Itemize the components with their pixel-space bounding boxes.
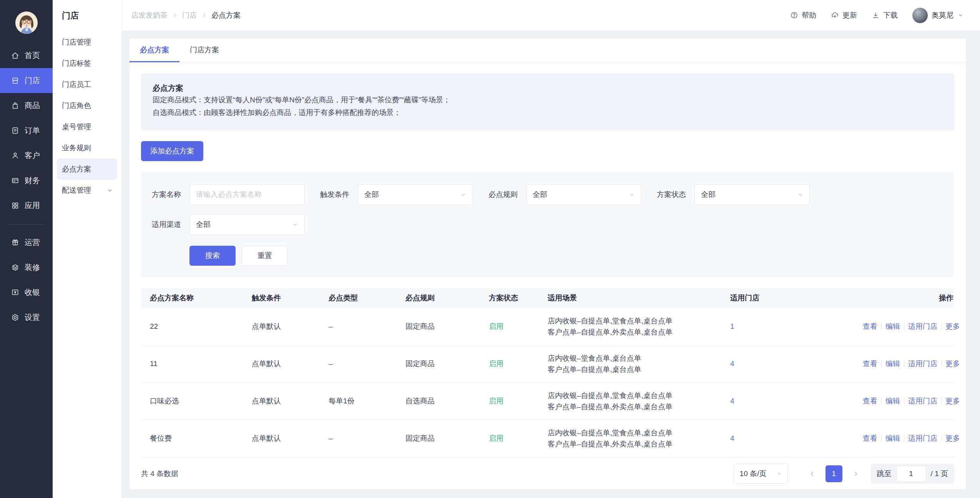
store-count-link[interactable]: 4 [730, 397, 734, 405]
action-separator [904, 398, 904, 405]
store-count-link[interactable]: 1 [730, 322, 734, 330]
store-icon [11, 76, 20, 85]
header-action[interactable]: 更新 [831, 10, 857, 20]
pagination: 10 条/页 1 跳至 / 1 页 [734, 464, 954, 484]
rail-nav-item[interactable]: 收银 [0, 280, 53, 305]
user-menu[interactable]: 奥莫尼 [912, 8, 964, 23]
trigger-label: 触发条件 [320, 190, 349, 200]
prev-page-button[interactable] [806, 468, 818, 480]
breadcrumb-current: 必点方案 [211, 10, 241, 20]
cell-scenes: 店内收银–自提点单,堂食点单,桌台点单 客户点单–自提点单,外卖点单,桌台点单 [539, 427, 721, 450]
chevron-down-icon [292, 222, 298, 228]
row-action-edit[interactable]: 编辑 [885, 396, 900, 406]
submenu-item[interactable]: 门店员工 [57, 74, 117, 95]
submenu-item[interactable]: 门店管理 [57, 32, 117, 53]
page-number-button[interactable]: 1 [826, 465, 842, 482]
submenu-item[interactable]: 门店角色 [57, 95, 117, 116]
action-separator [881, 323, 882, 330]
tab[interactable]: 门店方案 [179, 38, 229, 62]
channel-select[interactable]: 全部 [189, 214, 305, 235]
search-button[interactable]: 搜索 [189, 246, 236, 266]
row-action-stores[interactable]: 适用门店 [908, 396, 937, 406]
cell-trigger: 点单默认 [243, 321, 320, 331]
reset-button[interactable]: 重置 [242, 246, 288, 266]
row-action-edit[interactable]: 编辑 [885, 359, 900, 369]
action-separator [904, 435, 904, 442]
rail-nav-item[interactable]: 运营 [0, 230, 53, 255]
cell-type: – [320, 360, 397, 368]
submenu-item[interactable]: 门店标签 [57, 53, 117, 74]
submenu-item[interactable]: 桌号管理 [57, 116, 117, 137]
trigger-select[interactable]: 全部 [358, 184, 473, 205]
store-count-link[interactable]: 4 [730, 434, 734, 442]
add-plan-button[interactable]: 添加必点方案 [141, 141, 203, 161]
cell-plan-name: 餐位费 [141, 433, 243, 443]
row-action-stores[interactable]: 适用门店 [908, 433, 937, 443]
table-footer: 共 4 条数据 10 条/页 1 跳至 / 1 [141, 457, 954, 490]
rule-select[interactable]: 全部 [526, 184, 641, 205]
cell-scenes: 店内收银–堂食点单,桌台点单 客户点单–自提点单,桌台点单 [539, 353, 721, 375]
rail-nav-item[interactable]: 首页 [0, 43, 53, 68]
rail-nav-item[interactable]: 门店 [0, 68, 53, 93]
row-action-view[interactable]: 查看 [863, 396, 877, 406]
table-header-row: 必点方案名称 触发条件 必点类型 必点规则 方案状态 适用场景 适用门店 操作 [141, 288, 954, 308]
breadcrumb-item[interactable]: 门店 [182, 10, 197, 20]
submenu-item[interactable]: 配送管理 [57, 180, 117, 201]
operations-icon [11, 238, 20, 247]
tab[interactable]: 必点方案 [130, 38, 179, 62]
jump-page-input[interactable] [896, 466, 926, 482]
breadcrumb-item[interactable]: 店发发奶茶 [131, 10, 168, 20]
cell-trigger: 点单默认 [243, 433, 320, 443]
row-action-more[interactable]: 更多 [945, 321, 960, 331]
row-action-edit[interactable]: 编辑 [885, 433, 900, 443]
table-row: 口味必选 点单默认 每单1份 自选商品 启用 店内收银–自提点单,堂食点单,桌台… [141, 383, 954, 420]
submenu-item[interactable]: 必点方案 [57, 158, 117, 180]
cell-status: 启用 [480, 396, 539, 406]
table-row: 22 点单默认 – 固定商品 启用 店内收银–自提点单,堂食点单,桌台点单 客户… [141, 308, 954, 345]
row-action-view[interactable]: 查看 [863, 321, 877, 331]
header-action[interactable]: 下载 [872, 10, 898, 20]
row-action-more[interactable]: 更多 [945, 396, 960, 406]
row-action-view[interactable]: 查看 [863, 359, 877, 369]
row-action-stores[interactable]: 适用门店 [908, 321, 937, 331]
col-header: 必点规则 [397, 293, 480, 303]
row-action-view[interactable]: 查看 [863, 433, 877, 443]
header-action[interactable]: 帮助 [790, 10, 816, 20]
rail-nav-item[interactable]: 装修 [0, 255, 53, 280]
workspace-avatar[interactable] [15, 12, 38, 34]
store-count-link[interactable]: 4 [730, 360, 734, 368]
cell-actions: 查看编辑适用门店更多 [854, 321, 954, 331]
filter-panel: 方案名称 触发条件 全部 必点规则 全部 [141, 172, 954, 277]
row-action-edit[interactable]: 编辑 [885, 321, 900, 331]
plan-name-input[interactable] [189, 184, 305, 205]
cell-trigger: 点单默认 [243, 396, 320, 406]
row-action-stores[interactable]: 适用门店 [908, 359, 937, 369]
rail-nav-primary: 首页 门店 商品 订单 客户 财务 [0, 43, 53, 218]
rail-nav-item[interactable]: 订单 [0, 118, 53, 143]
table-row: 11 点单默认 – 固定商品 启用 店内收银–堂食点单,桌台点单 客户点单–自提… [141, 345, 954, 383]
rail-nav-item[interactable]: 应用 [0, 193, 53, 218]
orders-icon [11, 126, 20, 135]
col-header: 适用场景 [539, 293, 721, 303]
rail-nav-item[interactable]: 客户 [0, 143, 53, 168]
cell-rule: 自选商品 [397, 396, 480, 406]
cell-scenes: 店内收银–自提点单,堂食点单,桌台点单 客户点单–自提点单,外卖点单,桌台点单 [539, 315, 721, 338]
submenu-item[interactable]: 业务规则 [57, 137, 117, 158]
col-header: 方案状态 [480, 293, 539, 303]
cell-rule: 固定商品 [397, 321, 480, 331]
info-panel-title: 必点方案 [153, 83, 943, 93]
finance-icon [11, 176, 20, 185]
status-select[interactable]: 全部 [694, 184, 810, 205]
row-action-more[interactable]: 更多 [945, 433, 960, 443]
rail-nav-item[interactable]: 商品 [0, 93, 53, 118]
col-header: 适用门店 [721, 293, 854, 303]
row-action-more[interactable]: 更多 [945, 359, 960, 369]
page-size-select[interactable]: 10 条/页 [734, 464, 788, 484]
next-page-button[interactable] [850, 468, 862, 480]
cell-status: 启用 [480, 433, 539, 443]
action-separator [904, 323, 904, 330]
cell-plan-name: 22 [141, 322, 243, 331]
rail-nav-item[interactable]: 财务 [0, 168, 53, 193]
rail-nav-item[interactable]: 设置 [0, 305, 53, 330]
info-line: 固定商品模式：支持设置“每人N份”或“每单N份”必点商品，用于“餐具”“茶位费”… [153, 93, 943, 106]
